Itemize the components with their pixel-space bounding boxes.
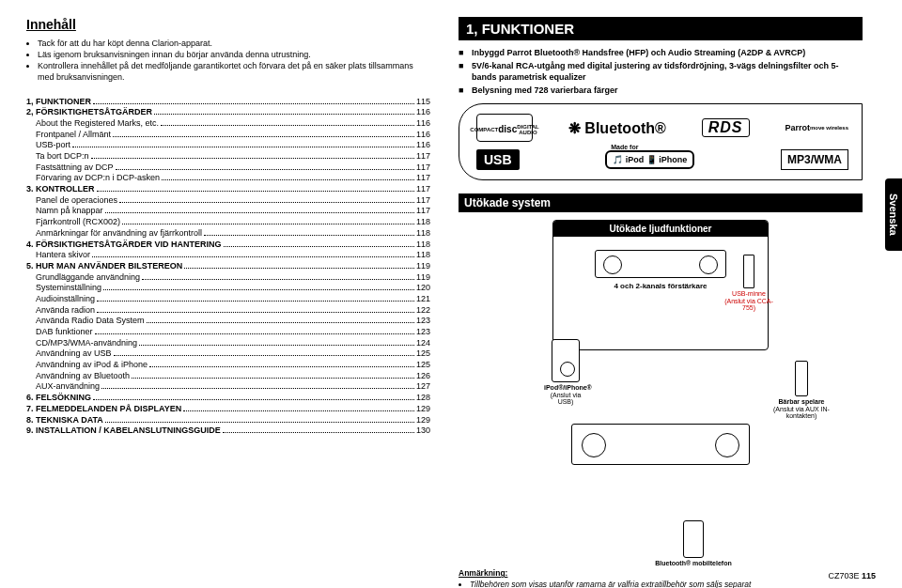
annotation-item: Tillbehören som visas utanför ramarna är… xyxy=(470,580,863,588)
toc-label: About the Registered Marks, etc. xyxy=(26,118,159,130)
toc-line: 7. FELMEDDELANDEN PÅ DISPLAYEN129 xyxy=(26,404,430,415)
toc-line: Förvaring av DCP:n i DCP-asken117 xyxy=(26,173,430,184)
toc-line: Fjärrkontroll (RCX002)118 xyxy=(26,217,430,228)
toc-leader xyxy=(93,399,414,400)
toc-leader xyxy=(184,268,414,269)
toc-label: 2, FÖRSIKTIGHETSÅTGÄRDER xyxy=(26,107,152,118)
toc-leader xyxy=(142,279,414,280)
toc-label: Fjärrkontroll (RCX002) xyxy=(26,217,120,228)
toc-page: 118 xyxy=(416,217,430,228)
toc-page: 121 xyxy=(416,294,430,305)
toc-page: 117 xyxy=(416,151,430,162)
toc-page: 125 xyxy=(416,348,430,360)
toc-leader xyxy=(114,355,414,356)
language-tab: Svenska xyxy=(885,178,902,251)
expand-box: Utökade ljudfunktioner 4 och 2-kanals fö… xyxy=(552,220,769,350)
toc-page: 117 xyxy=(416,184,430,195)
toc-line: Grundläggande användning119 xyxy=(26,272,430,284)
toc-label: 7. FELMEDDELANDEN PÅ DISPLAYEN xyxy=(26,404,181,415)
toc-leader xyxy=(132,378,414,379)
toc-leader xyxy=(97,301,414,302)
feature-item: Inbyggd Parrot Bluetooth® Handsfree (HFP… xyxy=(472,48,863,58)
toc-page: 119 xyxy=(416,272,430,284)
intro-list: Tack för att du har köpt denna Clarion-a… xyxy=(26,38,430,84)
toc-line: Ta bort DCP:n117 xyxy=(26,151,430,162)
toc-page: 127 xyxy=(416,381,430,393)
head-unit-illustration xyxy=(571,424,750,465)
toc-line: 6. FELSÖKNING128 xyxy=(26,393,430,404)
toc-label: 4. FÖRSIKTIGHETSÅTGÄRDER VID HANTERING xyxy=(26,240,222,251)
table-of-contents: 1, FUNKTIONER1152, FÖRSIKTIGHETSÅTGÄRDER… xyxy=(26,97,430,437)
toc-page: 129 xyxy=(416,415,430,426)
toc-leader xyxy=(116,169,414,170)
toc-label: 8. TEKNISKA DATA xyxy=(26,415,103,426)
toc-page: 118 xyxy=(416,240,430,251)
toc-page: 126 xyxy=(416,371,430,382)
toc-page: 116 xyxy=(416,107,430,118)
toc-line: 5. HUR MAN ANVÄNDER BILSTEREON119 xyxy=(26,261,430,272)
toc-leader xyxy=(161,125,414,126)
toc-line: Användning av Bluetooth126 xyxy=(26,371,430,382)
bluetooth-logo: ❋ Bluetooth® xyxy=(568,119,666,137)
toc-label: 1, FUNKTIONER xyxy=(26,97,91,108)
toc-line: Använda Radio Data System123 xyxy=(26,316,430,327)
toc-label: Fastsättning av DCP xyxy=(26,162,114,174)
toc-line: Namn på knappar117 xyxy=(26,206,430,217)
toc-page: 117 xyxy=(416,162,430,174)
toc-leader xyxy=(154,114,414,115)
section-heading: 1, FUNKTIONER xyxy=(459,17,863,40)
toc-label: Anmärkningar för användning av fjärrkont… xyxy=(26,228,202,240)
expand-subheading: Utökade ljudfunktioner xyxy=(553,221,768,237)
toc-line: DAB funktioner123 xyxy=(26,327,430,338)
toc-page: 116 xyxy=(416,118,430,130)
page-title: Innehåll xyxy=(26,17,430,32)
toc-label: Panel de operaciones xyxy=(26,195,117,207)
toc-label: USB-port xyxy=(26,140,70,151)
toc-label: Använda Radio Data System xyxy=(26,316,145,327)
usb-stick-illustration: USB-minne(Anslut via CCA-755) xyxy=(721,255,777,312)
toc-label: AUX-användning xyxy=(26,381,100,393)
toc-page: 116 xyxy=(416,130,430,141)
toc-line: CD/MP3/WMA-användning124 xyxy=(26,338,430,349)
toc-page: 117 xyxy=(416,195,430,207)
toc-leader xyxy=(93,103,414,104)
intro-item: Tack för att du har köpt denna Clarion-a… xyxy=(38,38,430,49)
toc-leader xyxy=(97,191,414,192)
toc-leader xyxy=(101,388,414,389)
toc-line: 9. INSTALLATION / KABELANSLUTNINGSGUIDE1… xyxy=(26,426,430,437)
toc-page: 125 xyxy=(416,360,430,371)
ipod-illustration: iPod®/iPhone®(Anslut via USB) xyxy=(544,339,587,406)
toc-label: 6. FELSÖKNING xyxy=(26,393,91,404)
toc-label: Hantera skivor xyxy=(26,250,90,261)
toc-leader xyxy=(105,212,414,213)
toc-line: Panel de operaciones117 xyxy=(26,195,430,207)
toc-leader xyxy=(183,410,414,411)
toc-label: DAB funktioner xyxy=(26,327,93,338)
feature-item: Belysning med 728 varierbara färger xyxy=(472,85,863,96)
toc-leader xyxy=(147,322,414,323)
toc-page: 118 xyxy=(416,228,430,240)
toc-page: 116 xyxy=(416,140,430,151)
annotation-heading: Anmärkning: xyxy=(459,568,863,578)
toc-line: 3. KONTROLLER117 xyxy=(26,184,430,195)
logo-panel: COMPACT disc DIGITAL AUDIO ❋ Bluetooth® … xyxy=(459,103,863,180)
intro-item: Kontrollera innehållet på det medföljand… xyxy=(38,60,430,83)
toc-page: 129 xyxy=(416,404,430,415)
toc-label: Audioinställning xyxy=(26,294,95,305)
bt-phone-illustration: Bluetooth® mobiltelefon xyxy=(642,520,745,567)
toc-label: Ta bort DCP:n xyxy=(26,151,89,162)
toc-leader xyxy=(95,333,414,334)
toc-page: 122 xyxy=(416,305,430,317)
intro-item: Läs igenom bruksanvisningen innan du bör… xyxy=(38,49,430,60)
portable-player-illustration: Bärbar spelare(Anslut via AUX IN-kontakt… xyxy=(759,361,844,420)
toc-page: 123 xyxy=(416,316,430,327)
toc-leader xyxy=(224,246,414,247)
toc-line: 2, FÖRSIKTIGHETSÅTGÄRDER116 xyxy=(26,107,430,118)
toc-line: Audioinställning121 xyxy=(26,294,430,305)
toc-page: 130 xyxy=(416,426,430,437)
toc-label: Namn på knappar xyxy=(26,206,103,217)
toc-page: 128 xyxy=(416,393,430,404)
toc-page: 123 xyxy=(416,327,430,338)
toc-leader xyxy=(97,312,414,313)
annotation-block: Anmärkning: Tillbehören som visas utanfö… xyxy=(459,568,863,588)
